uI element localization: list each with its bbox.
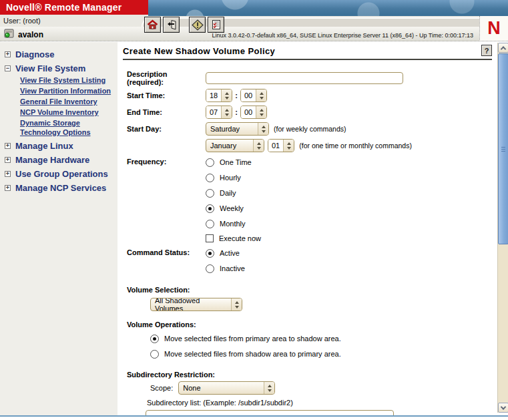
subdirectory-list-label: Subdirectory list: (Example: /subdir1/su… <box>147 399 497 407</box>
radio-hourly[interactable] <box>206 174 214 182</box>
toolbar <box>144 17 224 33</box>
bottom-frame-border <box>0 415 508 417</box>
start-day-row: Start Day: Saturday (for weekly commands… <box>127 122 497 136</box>
command-status-option-inactive[interactable]: Inactive <box>206 261 245 276</box>
frequency-option-monthly[interactable]: Monthly <box>206 216 261 231</box>
spinner-arrows-icon[interactable] <box>222 89 232 101</box>
link-view-file-system-listing[interactable]: View File System Listing <box>20 75 117 85</box>
monthly-note: (for one time or monthly commands) <box>299 142 412 150</box>
select-arrows-icon[interactable] <box>232 298 242 310</box>
description-label: Description (required): <box>127 70 206 86</box>
frequency-options: One Time Hourly Daily Weekly <box>206 155 261 246</box>
expand-icon[interactable]: + <box>5 143 11 149</box>
novell-n-letter: N <box>487 19 501 37</box>
volume-op-primary-to-shadow[interactable]: Move selected files from primary area to… <box>150 331 497 346</box>
nav-section-diagnose: + Diagnose <box>5 49 117 59</box>
health-status-icon[interactable] <box>189 17 206 33</box>
link-general-file-inventory[interactable]: General File Inventory <box>20 97 117 106</box>
command-status-option-active[interactable]: Active <box>206 246 245 260</box>
volume-selection-heading: Volume Selection: <box>127 286 497 294</box>
select-arrows-icon[interactable] <box>258 123 268 135</box>
collapse-icon[interactable]: − <box>5 65 11 71</box>
spinner-arrows-icon[interactable] <box>256 106 266 118</box>
scroll-down-icon[interactable] <box>498 403 508 413</box>
radio-active[interactable] <box>206 249 214 258</box>
main-content: Create New Shadow Volume Policy ? Descri… <box>117 42 497 415</box>
vertical-scrollbar[interactable] <box>497 43 508 413</box>
month-select[interactable]: January <box>206 139 264 152</box>
host-bar: avalon Linux 3.0.42-0.7-default x86_64, … <box>0 27 508 41</box>
nav-section-view-file-system: − View File System View File System List… <box>5 63 117 137</box>
link-dynamic-storage-technology-options[interactable]: Dynamic Storage Technology Options <box>20 118 117 137</box>
app-title: Novell® Remote Manager <box>6 2 121 13</box>
scroll-up-icon[interactable] <box>498 43 508 53</box>
description-input[interactable] <box>206 72 403 84</box>
start-minute-stepper[interactable]: 00 <box>240 89 267 102</box>
sidebar-item-use-group-operations[interactable]: + Use Group Operations <box>5 168 117 179</box>
config-report-icon[interactable] <box>208 17 224 33</box>
host-info: avalon <box>3 28 43 41</box>
frequency-label: Frequency: <box>127 155 206 166</box>
help-icon[interactable]: ? <box>481 45 492 56</box>
sidebar-item-manage-ncp-services[interactable]: + Manage NCP Services <box>5 182 117 193</box>
spinner-arrows-icon[interactable] <box>222 106 232 118</box>
frequency-option-hourly[interactable]: Hourly <box>206 170 261 185</box>
expand-icon[interactable]: + <box>5 157 11 163</box>
frequency-option-weekly[interactable]: Weekly <box>206 201 261 216</box>
sidebar-item-manage-hardware[interactable]: + Manage Hardware <box>5 154 117 165</box>
scrollbar-thumb[interactable] <box>498 53 508 244</box>
nav-section-manage-linux: + Manage Linux <box>5 140 117 151</box>
radio-inactive[interactable] <box>206 264 214 273</box>
weekly-note: (for weekly commands) <box>274 125 346 133</box>
exit-icon[interactable] <box>163 17 180 33</box>
radio-weekly[interactable] <box>206 204 214 213</box>
select-arrows-icon[interactable] <box>264 382 274 394</box>
nav-section-use-group-operations: + Use Group Operations <box>5 168 117 179</box>
sidebar-item-diagnose[interactable]: + Diagnose <box>5 49 117 59</box>
radio-primary-to-shadow[interactable] <box>150 335 159 343</box>
select-arrows-icon[interactable] <box>254 140 264 152</box>
command-status-row: Command Status: Active Inactive <box>127 246 497 276</box>
frequency-option-daily[interactable]: Daily <box>206 186 261 200</box>
end-hour-stepper[interactable]: 07 <box>206 106 232 119</box>
subdirectory-input-1[interactable] <box>146 410 394 415</box>
spinner-arrows-icon[interactable] <box>256 89 266 101</box>
end-time-row: End Time: 07 : 00 <box>127 105 497 120</box>
start-date-row: January 01 (for one time or monthly comm… <box>127 138 497 153</box>
system-info-text: Linux 3.0.42-0.7-default x86_64, SUSE Li… <box>212 32 473 39</box>
end-minute-stepper[interactable]: 00 <box>240 106 267 119</box>
scope-select[interactable]: None <box>178 381 275 395</box>
execute-now-option[interactable]: Execute now <box>206 232 261 245</box>
execute-now-checkbox[interactable] <box>206 234 214 242</box>
expand-icon[interactable]: + <box>5 185 11 191</box>
time-separator: : <box>235 108 238 116</box>
server-status-icon <box>3 28 15 41</box>
volume-operations-heading: Volume Operations: <box>127 321 497 329</box>
subdirectory-restriction-heading: Subdirectory Restriction: <box>127 371 497 379</box>
spinner-arrows-icon[interactable] <box>284 140 294 152</box>
home-icon[interactable] <box>144 17 161 33</box>
expand-icon[interactable]: + <box>5 51 11 57</box>
volume-op-shadow-to-primary[interactable]: Move selected files from shadow area to … <box>150 347 497 361</box>
radio-daily[interactable] <box>206 189 214 198</box>
header-banner-graphic <box>148 0 508 16</box>
start-time-row: Start Time: 18 : 00 <box>127 88 497 103</box>
nav-section-manage-ncp-services: + Manage NCP Services <box>5 182 117 193</box>
weekday-select[interactable]: Saturday <box>206 122 269 136</box>
title-row: Create New Shadow Volume Policy ? <box>123 46 493 60</box>
start-hour-stepper[interactable]: 18 <box>206 89 232 102</box>
volume-selection-control: All Shadowed Volumes <box>150 296 497 311</box>
sidebar-item-manage-linux[interactable]: + Manage Linux <box>5 140 117 151</box>
start-day-label: Start Day: <box>127 125 206 133</box>
radio-one-time[interactable] <box>206 158 214 167</box>
volume-select[interactable]: All Shadowed Volumes <box>150 298 242 311</box>
frequency-option-one-time[interactable]: One Time <box>206 155 261 170</box>
link-ncp-volume-inventory[interactable]: NCP Volume Inventory <box>20 108 117 117</box>
sidebar-item-view-file-system[interactable]: − View File System <box>5 63 117 73</box>
user-label: User: (root) <box>3 17 41 25</box>
link-view-partition-information[interactable]: View Partition Information <box>20 86 117 95</box>
radio-monthly[interactable] <box>206 220 214 228</box>
expand-icon[interactable]: + <box>5 171 11 177</box>
day-of-month-stepper[interactable]: 01 <box>268 139 294 152</box>
radio-shadow-to-primary[interactable] <box>150 350 159 359</box>
